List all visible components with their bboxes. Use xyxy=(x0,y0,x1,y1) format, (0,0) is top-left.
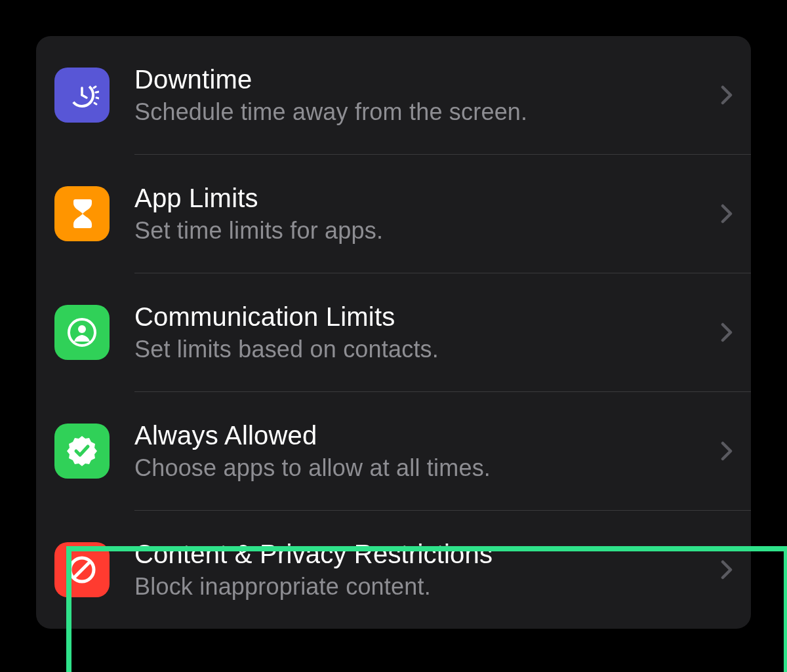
row-downtime[interactable]: Downtime Schedule time away from the scr… xyxy=(36,36,751,154)
row-subtitle: Schedule time away from the screen. xyxy=(134,98,721,126)
chevron-right-icon xyxy=(721,85,733,105)
checkmark-seal-icon xyxy=(54,424,110,479)
no-sign-icon xyxy=(54,542,110,597)
svg-line-5 xyxy=(96,98,99,98)
row-title: Always Allowed xyxy=(134,421,721,450)
svg-line-4 xyxy=(96,92,98,92)
row-title: Downtime xyxy=(134,65,721,94)
svg-line-2 xyxy=(82,95,87,98)
row-title: App Limits xyxy=(134,184,721,213)
chevron-right-icon xyxy=(721,441,733,461)
chevron-right-icon xyxy=(721,560,733,580)
row-subtitle: Set limits based on contacts. xyxy=(134,336,721,363)
row-app-limits[interactable]: App Limits Set time limits for apps. xyxy=(36,155,751,273)
person-circle-icon xyxy=(54,305,110,360)
hourglass-icon xyxy=(54,186,110,241)
row-subtitle: Choose apps to allow at all times. xyxy=(134,454,721,482)
svg-point-8 xyxy=(78,325,86,333)
row-title: Content & Privacy Restrictions xyxy=(134,540,721,569)
svg-line-6 xyxy=(94,103,96,104)
row-title: Communication Limits xyxy=(134,302,721,332)
chevron-right-icon xyxy=(721,323,733,342)
svg-line-10 xyxy=(73,561,91,578)
clock-icon xyxy=(54,68,110,123)
row-subtitle: Set time limits for apps. xyxy=(134,217,721,245)
row-communication-limits[interactable]: Communication Limits Set limits based on… xyxy=(36,273,751,391)
settings-panel: Downtime Schedule time away from the scr… xyxy=(36,36,751,629)
row-subtitle: Block inappropriate content. xyxy=(134,573,721,601)
svg-line-3 xyxy=(94,87,96,88)
chevron-right-icon xyxy=(721,204,733,224)
row-content-privacy-restrictions[interactable]: Content & Privacy Restrictions Block ina… xyxy=(36,511,751,629)
row-always-allowed[interactable]: Always Allowed Choose apps to allow at a… xyxy=(36,392,751,510)
